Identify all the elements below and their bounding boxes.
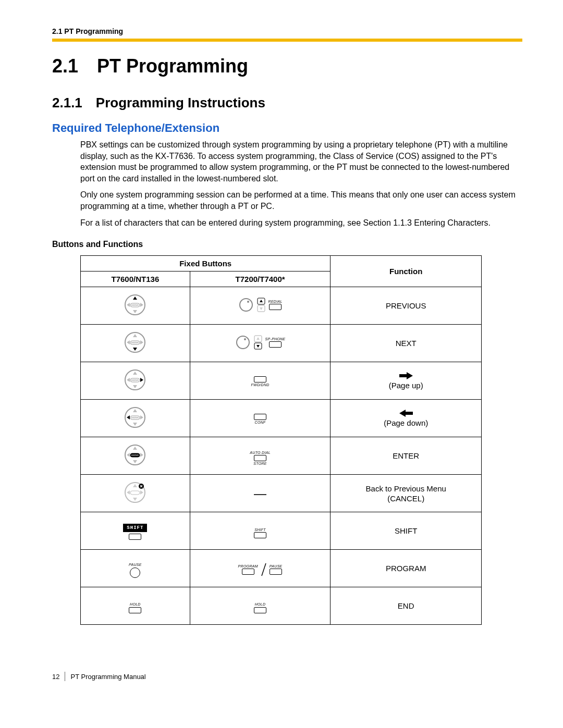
- running-header: 2.1 PT Programming: [52, 27, 522, 35]
- jog-down-icon: SP-PHONE: [235, 335, 286, 350]
- svg-marker-4: [133, 310, 137, 313]
- jog-up-icon: REDIAL: [238, 297, 283, 313]
- function-cell: ENTER: [331, 437, 482, 475]
- section-heading: 2.1PT Programming: [52, 55, 522, 77]
- svg-marker-39: [127, 415, 130, 419]
- navigator-right-icon: ENTER: [124, 369, 146, 391]
- table-header-function: Function: [331, 256, 482, 287]
- blue-heading: Required Telephone/Extension: [52, 121, 522, 135]
- arrow-left-icon: [399, 409, 413, 417]
- svg-marker-38: [133, 423, 137, 426]
- header-rule: [52, 39, 522, 42]
- svg-marker-18: [127, 340, 130, 344]
- svg-point-20: [237, 336, 249, 349]
- function-cell: NEXT: [331, 325, 482, 362]
- function-cell: END: [331, 587, 482, 625]
- svg-text:ENTER: ENTER: [132, 304, 139, 306]
- navigator-enter-icon: ENTER: [124, 444, 146, 466]
- table-row: ENTER: [81, 287, 482, 325]
- table-header-col1: T7600/NT136: [81, 272, 190, 287]
- svg-rect-50: [130, 491, 140, 495]
- subsection-title: Programming Instructions: [96, 95, 265, 110]
- pause-button-icon: PAUSE: [129, 563, 142, 578]
- function-cell: (Page up): [331, 362, 482, 400]
- table-row: SHIFT SHIFT SHIFT: [81, 512, 482, 550]
- svg-marker-52: [133, 498, 137, 501]
- table-header-fixed: Fixed Buttons: [81, 256, 331, 272]
- fwd-dnd-button-icon: FWD/DND: [251, 376, 270, 387]
- table-row: — Back to Previous Menu (CANCEL): [81, 475, 482, 512]
- hold-button-icon: HOLD: [254, 602, 266, 613]
- table-row: HOLD HOLD END: [81, 587, 482, 625]
- mini-heading: Buttons and Functions: [52, 240, 522, 249]
- navigator-down-icon: ENTER: [124, 331, 146, 353]
- svg-marker-53: [127, 490, 130, 495]
- subsection-number: 2.1.1: [52, 95, 82, 110]
- table-header-col2: T7200/T7400*: [190, 272, 331, 287]
- subsection-heading: 2.1.1Programming Instructions: [52, 95, 522, 111]
- svg-marker-3: [133, 297, 137, 300]
- svg-marker-16: [133, 334, 137, 337]
- navigator-left-icon: ENTER: [124, 406, 146, 428]
- svg-point-21: [244, 338, 246, 340]
- buttons-table: Fixed Buttons Function T7600/NT136 T7200…: [80, 255, 482, 625]
- shift-button-icon: SHIFT: [254, 528, 266, 538]
- svg-marker-32: [140, 378, 143, 382]
- svg-marker-19: [140, 340, 143, 344]
- table-row: ENTER AUTO DIAL STORE: [81, 437, 482, 475]
- svg-text:ENTER: ENTER: [132, 341, 139, 344]
- svg-marker-40: [140, 415, 143, 419]
- svg-marker-29: [133, 372, 137, 375]
- svg-marker-46: [133, 460, 137, 463]
- navigator-up-icon: ENTER: [124, 294, 146, 316]
- svg-marker-48: [140, 453, 143, 457]
- shift-key-icon: SHIFT: [123, 524, 147, 540]
- svg-marker-33: [399, 372, 413, 379]
- footer-title: PT Programming Manual: [70, 673, 145, 681]
- table-row: ENTER CONF (Page down): [81, 400, 482, 437]
- function-cell: PREVIOUS: [331, 287, 482, 325]
- page-number: 12: [52, 673, 59, 681]
- svg-marker-37: [133, 409, 137, 412]
- table-row: ENTER: [81, 325, 482, 362]
- svg-text:ENTER: ENTER: [132, 416, 139, 419]
- autodial-store-button-icon: AUTO DIAL STORE: [250, 451, 271, 465]
- svg-marker-47: [127, 453, 130, 457]
- function-cell: SHIFT: [331, 512, 482, 550]
- page-footer: 12 PT Programming Manual: [52, 672, 522, 681]
- svg-line-56: [262, 563, 266, 576]
- function-cell: PROGRAM: [331, 550, 482, 587]
- svg-text:ENTER: ENTER: [132, 454, 139, 456]
- svg-marker-31: [127, 378, 130, 382]
- svg-marker-51: [133, 484, 137, 487]
- function-cell: (Page down): [331, 400, 482, 437]
- svg-point-8: [247, 301, 249, 303]
- svg-point-7: [240, 299, 252, 311]
- svg-marker-5: [127, 303, 130, 307]
- section-number: 2.1: [52, 55, 78, 77]
- paragraph: PBX settings can be customized through s…: [80, 139, 522, 184]
- arrow-right-icon: [399, 372, 413, 380]
- program-pause-icon: PROGRAM PAUSE: [238, 562, 283, 577]
- no-equivalent-icon: —: [254, 486, 266, 500]
- svg-marker-45: [133, 447, 137, 450]
- hold-button-icon: HOLD: [129, 602, 141, 613]
- section-title: PT Programming: [97, 55, 248, 77]
- svg-marker-17: [133, 348, 137, 351]
- paragraph: For a list of characters that can be ent…: [80, 217, 522, 229]
- svg-marker-54: [140, 490, 143, 495]
- conf-button-icon: CONF: [254, 414, 266, 424]
- footer-divider: [65, 672, 65, 681]
- svg-marker-30: [133, 385, 137, 388]
- svg-text:ENTER: ENTER: [132, 379, 139, 381]
- table-row: PAUSE PROGRAM PAUSE PROGRAM: [81, 550, 482, 587]
- function-cell: Back to Previous Menu (CANCEL): [331, 475, 482, 512]
- table-row: ENTER FWD/DND (Page up): [81, 362, 482, 400]
- navigator-cancel-icon: [124, 482, 146, 503]
- svg-marker-6: [140, 303, 143, 307]
- svg-marker-41: [399, 410, 413, 417]
- paragraph: Only one system programming session can …: [80, 189, 522, 212]
